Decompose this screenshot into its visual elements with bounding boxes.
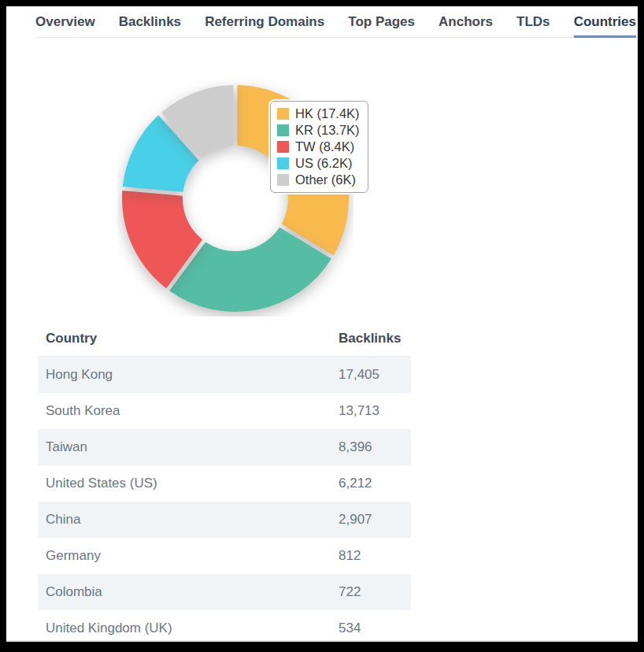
backlinks-cell: 13,713 [339,403,411,419]
table-row: United States (US)6,212 [38,465,411,502]
legend-item-tw[interactable]: TW (8.4K) [277,139,360,155]
country-cell: Taiwan [38,439,339,455]
legend-label: Other (6K) [295,172,356,187]
country-cell: Germany [38,548,339,564]
tab-referring-domains[interactable]: Referring Domains [205,6,324,38]
legend-label: KR (13.7K) [295,123,360,138]
table-row: Germany812 [38,538,411,574]
backlinks-cell: 8,396 [339,439,411,455]
chart-legend: HK (17.4K)KR (13.7K)TW (8.4K)US (6.2K)Ot… [270,101,368,193]
screenshot-frame: OverviewBacklinksReferring DomainsTop Pa… [0,0,644,652]
table-header-row: Country Backlinks [38,320,411,357]
table-row: United Kingdom (UK)534 [38,610,411,642]
backlinks-cell: 6,212 [339,476,411,491]
backlinks-cell: 534 [339,621,411,636]
table-row: Taiwan8,396 [38,429,411,465]
backlinks-cell: 17,405 [339,367,411,383]
backlinks-cell: 2,907 [339,512,411,528]
legend-label: TW (8.4K) [295,139,354,154]
column-header-backlinks: Backlinks [339,331,411,346]
country-cell: United Kingdom (UK) [38,621,339,636]
country-cell: China [38,512,339,528]
table-body: Hong Kong17,405South Korea13,713Taiwan8,… [38,357,411,642]
legend-label: HK (17.4K) [295,106,360,121]
country-cell: Colombia [38,584,339,600]
legend-swatch-hk [277,108,289,120]
legend-item-hk[interactable]: HK (17.4K) [277,106,360,122]
tab-overview[interactable]: Overview [35,6,95,38]
legend-swatch-us [277,157,289,169]
page: OverviewBacklinksReferring DomainsTop Pa… [6,6,638,642]
table-row: Hong Kong17,405 [38,357,411,393]
tab-countries[interactable]: Countries [574,6,636,38]
tab-backlinks[interactable]: Backlinks [119,6,181,38]
country-cell: Hong Kong [38,367,339,383]
backlinks-cell: 722 [339,584,411,600]
legend-item-kr[interactable]: KR (13.7K) [277,122,360,139]
legend-swatch-other [277,174,289,186]
legend-swatch-tw [277,141,289,153]
table-row: Colombia722 [38,574,411,610]
tab-bar: OverviewBacklinksReferring DomainsTop Pa… [35,6,638,38]
tab-tlds[interactable]: TLDs [516,6,550,38]
country-cell: South Korea [38,403,339,419]
table-row: South Korea13,713 [38,393,411,429]
table-row: China2,907 [38,502,411,538]
legend-swatch-kr [277,124,289,136]
countries-table: Country Backlinks Hong Kong17,405South K… [38,320,411,642]
backlinks-cell: 812 [339,548,411,564]
legend-item-other[interactable]: Other (6K) [277,172,360,188]
legend-item-us[interactable]: US (6.2K) [277,155,360,172]
tab-anchors[interactable]: Anchors [439,6,493,38]
column-header-country: Country [38,331,339,346]
legend-label: US (6.2K) [295,156,352,171]
country-cell: United States (US) [38,476,339,491]
tab-top-pages[interactable]: Top Pages [348,6,415,38]
